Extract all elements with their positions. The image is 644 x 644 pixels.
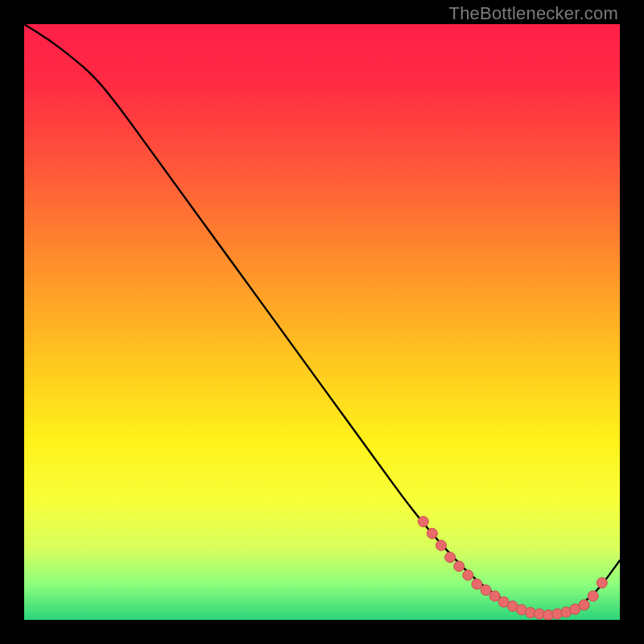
curve-marker xyxy=(427,528,437,539)
curve-marker xyxy=(418,516,428,526)
curve-marker xyxy=(445,552,456,563)
watermark-text: TheBottlenecker.com xyxy=(449,3,618,24)
bottleneck-curve xyxy=(24,24,620,614)
curve-marker xyxy=(481,585,491,596)
curve-marker xyxy=(588,591,598,601)
plot-area xyxy=(24,24,620,620)
curve-marker xyxy=(463,570,473,580)
curve-markers xyxy=(418,516,607,620)
curve-marker xyxy=(436,540,447,551)
curve-marker xyxy=(489,591,500,601)
curve-marker xyxy=(579,600,589,610)
curve-marker xyxy=(597,578,607,588)
chart-stage: TheBottlenecker.com xyxy=(0,0,644,644)
chart-overlay xyxy=(24,24,620,620)
curve-marker xyxy=(454,561,464,572)
curve-marker xyxy=(472,579,482,589)
